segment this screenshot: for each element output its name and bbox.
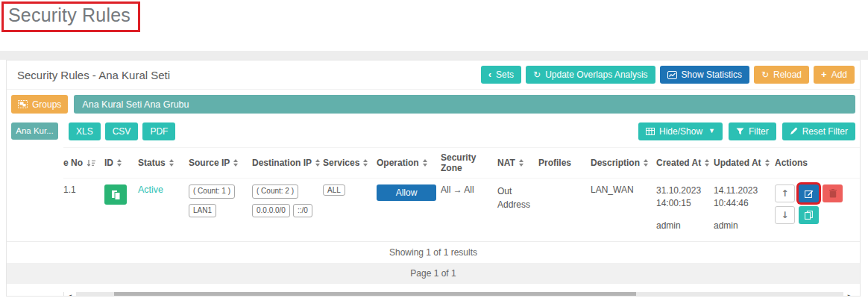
active-group-bar[interactable]: Ana Kural Seti Ana Grubu	[74, 95, 855, 114]
column-label: Security Zone	[441, 152, 497, 173]
object-group-icon	[18, 100, 28, 108]
scrollbar-thumb[interactable]	[114, 292, 636, 297]
plus-icon: +	[821, 71, 827, 78]
duplicate-button[interactable]	[799, 206, 819, 224]
refresh-icon: ↻	[761, 71, 769, 78]
column-header-nat[interactable]: NAT	[497, 152, 538, 173]
duplicate-copy-icon	[805, 211, 813, 220]
security-zone-cell: All → All	[441, 184, 497, 195]
created-user: admin	[656, 220, 709, 232]
column-header-operation[interactable]: Operation	[377, 152, 441, 173]
sort-icon	[233, 159, 238, 167]
security-rules-panel: Security Rules - Ana Kural Seti ‹ Sets ↻…	[6, 60, 861, 297]
reload-button[interactable]: ↻ Reload	[754, 66, 809, 84]
hide-show-label: Hide/Show	[659, 127, 702, 136]
show-statistics-label: Show Statistics	[682, 70, 742, 79]
scroll-left-button[interactable]: <	[64, 292, 76, 297]
edit-button[interactable]	[799, 184, 819, 202]
service-badge: ALL	[323, 184, 345, 196]
column-label: Source IP	[189, 158, 230, 168]
export-pdf-label: PDF	[150, 127, 168, 136]
source-count-badge: ( Count: 1 )	[189, 184, 235, 199]
column-label: e No	[63, 158, 83, 168]
pencil-icon	[790, 127, 798, 135]
groups-row: Groups Ana Kural Seti Ana Grubu	[11, 95, 855, 114]
results-summary: Showing 1 of 1 results	[7, 241, 860, 263]
move-down-button[interactable]: ↓	[775, 206, 795, 224]
updated-user: admin	[714, 220, 770, 232]
table-grid-icon	[646, 128, 655, 135]
add-button[interactable]: + Add	[814, 66, 855, 84]
toolbar-row: Ana Kur... XLS CSV PDF Hide/Show ▼	[11, 121, 855, 141]
export-xls-label: XLS	[76, 127, 93, 136]
screenshot-viewport: Security Rules Security Rules - Ana Kura…	[0, 0, 868, 304]
created-date: 31.10.2023	[656, 184, 709, 197]
scrollbar-track[interactable]	[76, 292, 843, 297]
created-at-cell: 31.10.2023 14:00:15 admin	[656, 184, 714, 232]
update-overlaps-label: Update Overlaps Analysis	[545, 70, 647, 79]
groups-button[interactable]: Groups	[11, 95, 68, 114]
page-background-strip	[0, 51, 868, 60]
active-group-label: Ana Kural Seti Ana Grubu	[82, 99, 189, 110]
show-statistics-button[interactable]: Show Statistics	[660, 66, 749, 84]
column-header-description[interactable]: Description	[591, 152, 656, 173]
scroll-right-button[interactable]: >	[843, 292, 855, 297]
column-header-updated-at[interactable]: Updated At	[714, 152, 775, 173]
move-up-button[interactable]: ↑	[775, 184, 795, 202]
reload-button-label: Reload	[773, 70, 802, 79]
actions-cell: ↑ ↓	[775, 184, 849, 224]
column-label: ID	[104, 158, 113, 168]
copy-id-button[interactable]	[104, 184, 127, 205]
delete-button[interactable]	[823, 184, 843, 202]
column-header-profiles: Profiles	[538, 152, 591, 173]
column-label: Description	[591, 158, 640, 168]
allow-operation-button[interactable]: Allow	[377, 184, 436, 201]
group-tab-label: Ana Kur...	[16, 127, 54, 136]
hide-show-button[interactable]: Hide/Show ▼	[638, 122, 723, 140]
column-header-services[interactable]: Services	[323, 152, 377, 173]
destination-ip-cell: ( Count: 2 ) 0.0.0.0/0 ::/0	[252, 184, 323, 217]
arrow-up-icon: ↑	[781, 188, 788, 199]
reset-filter-button[interactable]: Reset Filter	[782, 122, 855, 140]
edit-pencil-square-icon	[805, 189, 814, 198]
id-cell	[104, 184, 138, 205]
update-overlaps-button[interactable]: ↻ Update Overlaps Analysis	[526, 66, 655, 84]
sort-icon	[644, 159, 648, 167]
column-header-status[interactable]: Status	[138, 152, 189, 173]
reset-filter-label: Reset Filter	[802, 127, 848, 136]
nat-cell: Out Address	[497, 184, 535, 211]
sets-button[interactable]: ‹ Sets	[481, 66, 521, 84]
column-label: NAT	[497, 158, 515, 168]
sort-icon	[519, 159, 523, 167]
panel-title: Security Rules - Ana Kural Seti	[17, 69, 170, 81]
created-time: 14:00:15	[656, 197, 709, 210]
export-pdf-button[interactable]: PDF	[142, 122, 175, 140]
updated-time: 10:44:46	[714, 197, 770, 210]
destination-item-badge: 0.0.0.0/0	[252, 204, 290, 218]
column-header-actions: Actions	[775, 152, 849, 173]
operation-cell: Allow	[377, 184, 441, 201]
destination-count-badge: ( Count: 2 )	[252, 184, 298, 199]
groups-button-label: Groups	[32, 100, 61, 109]
sort-icon	[423, 159, 427, 167]
column-header-destination-ip[interactable]: Destination IP	[252, 152, 323, 173]
page-title: Security Rules	[8, 4, 130, 26]
filter-button[interactable]: Filter	[729, 122, 776, 140]
services-cell: ALL	[323, 184, 377, 196]
column-header-rule-no[interactable]: e No	[63, 152, 104, 173]
rule-no-cell: 1.1	[63, 184, 104, 195]
sort-icon	[315, 159, 320, 167]
page-summary: Page 1 of 1	[7, 263, 860, 284]
column-header-id[interactable]: ID	[104, 152, 138, 173]
column-label: Operation	[377, 158, 419, 168]
column-label: Destination IP	[252, 158, 312, 168]
export-xls-button[interactable]: XLS	[69, 122, 101, 140]
column-header-source-ip[interactable]: Source IP	[189, 152, 252, 173]
status-cell[interactable]: Active	[138, 184, 189, 195]
destination-item-badge: ::/0	[293, 204, 312, 218]
column-header-created-at[interactable]: Created At	[656, 152, 714, 173]
copy-document-icon	[111, 190, 121, 200]
export-csv-button[interactable]: CSV	[105, 122, 139, 140]
group-tab-ana-kur[interactable]: Ana Kur...	[11, 122, 58, 140]
refresh-icon: ↻	[533, 71, 541, 78]
